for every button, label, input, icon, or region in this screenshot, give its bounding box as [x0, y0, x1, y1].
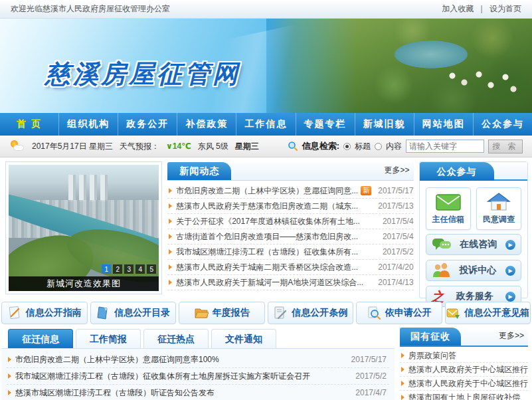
participation-cards: 主任信箱 民意调查 [420, 181, 527, 234]
nav-item-city-changes[interactable]: 新城旧貌 [355, 113, 414, 136]
list-item[interactable]: 慈溪市人民政府关于中心城区推行住... [400, 377, 528, 391]
pager-dot-1[interactable]: 1 [102, 264, 111, 274]
complaint-center-button[interactable]: 投诉中心 ▶ [426, 260, 521, 281]
bullet-icon [169, 203, 172, 209]
nav-item-organization[interactable]: 组织机构 [58, 113, 118, 136]
relocation-tabs: 征迁信息 工作简报 征迁热点 文件通知 [1, 329, 395, 349]
nav-item-gov-disclosure[interactable]: 政务公开 [118, 113, 177, 136]
state-owned-header: 国有征收 更多>> [400, 329, 528, 347]
state-owned-panel: 国有征收 更多>> 房票政策问答 慈溪市人民政府关于中心城区推行住... 慈溪市… [400, 329, 528, 400]
news-header: 新闻动态 更多>> [167, 161, 413, 181]
pen-paper-icon [7, 306, 22, 320]
magnifier-doc-icon [367, 306, 381, 320]
arrow-icon: ▶ [505, 240, 515, 250]
search-button[interactable]: 搜 索 [488, 140, 523, 153]
list-item[interactable]: 市危旧房改造二期（上林中学区块）意愿征询同意率100% 2017/5/17 [7, 351, 389, 368]
list-item[interactable]: 慈溪市人民政府关于中心城区推行住... [400, 363, 528, 377]
apply-disclosure-button[interactable]: 依申请公开 [356, 302, 442, 324]
tab-relocation-info[interactable]: 征迁信息 [8, 329, 73, 348]
bullet-icon [169, 188, 172, 193]
photo-carousel[interactable]: 1 2 3 4 5 新城河改造效果图 [5, 161, 162, 294]
news-item[interactable]: 我市城区潮塘江排涝工程（古塘段）征收集体所有... 2017/5/2 [167, 245, 413, 260]
list-item[interactable]: 慈溪市国有土地上房屋征收补偿、补... [400, 391, 528, 400]
nav-item-special-topics[interactable]: 专题专栏 [296, 113, 355, 136]
bottom-section: 征迁信息 工作简报 征迁热点 文件通知 市危旧房改造二期（上林中学区块）意愿征询… [1, 329, 528, 400]
site-title: 慈溪房屋征管网 [45, 57, 240, 91]
search-label: 信息检索: [302, 140, 339, 152]
state-owned-more-link[interactable]: 更多>> [499, 330, 524, 342]
folder-icon [194, 306, 209, 320]
tab-document-notice[interactable]: 文件通知 [211, 329, 276, 348]
radio-content-label[interactable]: 内容 [386, 141, 402, 152]
add-favorite-link[interactable]: 加入收藏 [442, 3, 474, 15]
opinion-survey-button[interactable]: 民意调查 [476, 187, 521, 230]
participation-panel: 公众参与 主任信箱 民意调查 [419, 161, 528, 298]
bullet-icon [169, 219, 172, 224]
bullet-icon [8, 373, 11, 379]
site-banner: 慈溪房屋征管网 [0, 19, 532, 113]
tab-work-brief[interactable]: 工作简报 [76, 329, 141, 348]
list-item[interactable]: 慈溪市城区潮塘江排涝工程（古塘段）听证告知公告发布 2017/4/7 [7, 385, 389, 400]
state-owned-title-tab: 国有征收 [400, 328, 461, 346]
bullet-icon [169, 249, 172, 254]
radio-content[interactable] [375, 143, 382, 150]
bullet-icon [401, 367, 404, 372]
tab-relocation-hotspots[interactable]: 征迁热点 [143, 329, 209, 348]
disclosure-guide-button[interactable]: 信息公开指南 [1, 302, 88, 324]
search-input[interactable] [406, 140, 484, 153]
people-icon [432, 262, 450, 278]
nav-item-home[interactable]: 首 页 [0, 113, 58, 136]
welcome-text: 欢迎光临慈溪市人民政府房屋征收管理办公室 [11, 3, 170, 15]
main-nav: 首 页 组织机构 政务公开 补偿政策 工作信息 专题专栏 新城旧貌 网站地图 公… [0, 113, 532, 136]
nav-item-compensation-policy[interactable]: 补偿政策 [177, 113, 236, 136]
weekday-text: 星期三 [235, 141, 259, 152]
bullet-icon [169, 280, 172, 285]
weather-widget: 2017年5月17日 星期三 天气预报： ∨14℃ 东风 5级 星期三 [9, 140, 259, 152]
news-more-link[interactable]: 更多>> [385, 165, 410, 176]
search-box: 信息检索: 标题 内容 搜 索 [288, 140, 523, 153]
search-icon [288, 141, 298, 151]
pager-dot-2[interactable]: 2 [113, 264, 122, 274]
news-title-tab[interactable]: 新闻动态 [167, 162, 231, 180]
participation-header: 公众参与 [420, 162, 527, 181]
mail-arrow-icon [446, 306, 460, 320]
bullet-icon [8, 357, 11, 362]
bullet-icon [169, 234, 172, 239]
news-item[interactable]: 古塘街道首个危旧房改造项目——慈溪市危旧房改... 2017/5/4 [167, 229, 413, 245]
bullet-icon [169, 264, 172, 270]
pager-dot-4[interactable]: 4 [135, 264, 145, 274]
forecast-label: 天气预报： [120, 141, 159, 152]
sun-cloud-icon [9, 140, 25, 152]
disclosure-regulation-button[interactable]: 信息公开条例 [268, 302, 354, 324]
pager-dot-5[interactable]: 5 [147, 264, 156, 274]
pager-dot-3[interactable]: 3 [124, 264, 133, 274]
chat-bubbles-icon [432, 237, 452, 252]
news-item[interactable]: 市危旧房改造二期（上林中学区块）意愿征询同意... 新 2017/5/17 [167, 183, 413, 199]
house-icon [487, 192, 511, 212]
radio-title[interactable] [343, 143, 351, 150]
disclosure-catalog-button[interactable]: 信息公开目录 [90, 302, 177, 324]
news-item[interactable]: 慈溪市人民政府关于慈溪市危旧房改造二期（城东... 2017/5/13 [167, 199, 413, 214]
relocation-list: 市危旧房改造二期（上林中学区块）意愿征询同意率100% 2017/5/17 我市… [1, 349, 395, 400]
online-consultation-button[interactable]: 在线咨询 ▶ [426, 234, 521, 255]
nav-item-public-participation[interactable]: 公众参与 [473, 113, 532, 136]
news-item[interactable]: 慈溪市人民政府关于城南二期天香桥区块综合改造... 2017/4/20 [167, 260, 413, 275]
disclosure-suggestion-box-button[interactable]: 信息公开意见箱 [445, 302, 531, 324]
document-pen-icon [273, 306, 288, 320]
envelope-icon [434, 192, 462, 212]
bullet-icon [401, 395, 404, 400]
news-item[interactable]: 慈溪市人民政府关于新城河一期A地块河道区块综合... 2017/4/13 [167, 275, 413, 290]
director-mailbox-button[interactable]: 主任信箱 [426, 187, 471, 230]
annual-report-button[interactable]: 年度报告 [179, 302, 265, 324]
news-list: 市危旧房改造二期（上林中学区块）意愿征询同意... 新 2017/5/17 慈溪… [167, 183, 413, 290]
list-item[interactable]: 我市城区潮塘江排涝工程（古塘段）征收集体所有土地房屋拆迁实施方案听证会召开 20… [7, 368, 389, 385]
radio-title-label[interactable]: 标题 [355, 141, 371, 152]
nav-item-sitemap[interactable]: 网站地图 [414, 113, 473, 136]
set-homepage-link[interactable]: 设为首页 [489, 3, 521, 15]
list-item[interactable]: 房票政策问答 [400, 349, 528, 363]
participation-title-tab: 公众参与 [420, 162, 494, 181]
arrow-icon: ▶ [505, 266, 515, 276]
state-owned-list: 房票政策问答 慈溪市人民政府关于中心城区推行住... 慈溪市人民政府关于中心城区… [400, 349, 528, 400]
news-item[interactable]: 关于公开征求《2017年度逍林镇征收集体所有土地... 2017/5/4 [167, 214, 413, 229]
nav-item-work-info[interactable]: 工作信息 [236, 113, 295, 136]
